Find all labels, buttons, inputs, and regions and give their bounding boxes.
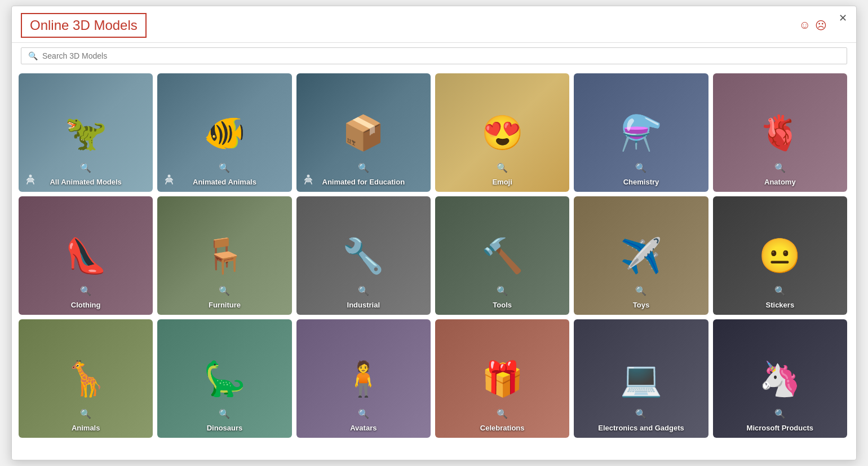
category-search-icon-toys: 🔍 xyxy=(574,285,708,297)
category-label-furniture: Furniture xyxy=(157,297,291,315)
search-input[interactable] xyxy=(42,51,840,60)
category-search-icon-animated-animals: 🔍 xyxy=(157,162,291,174)
category-label-microsoft: Microsoft Products xyxy=(713,420,847,438)
category-card-anatomy[interactable]: 🫀🔍Anatomy xyxy=(713,73,847,192)
category-card-animated-edu[interactable]: 📦🔍Animated for Education xyxy=(296,73,431,192)
category-search-icon-anatomy: 🔍 xyxy=(713,162,847,174)
category-label-industrial: Industrial xyxy=(296,297,431,315)
positive-feedback-icon[interactable]: ☺ xyxy=(799,19,811,32)
category-search-icon-stickers: 🔍 xyxy=(713,285,847,297)
category-label-dinosaurs: Dinosaurs xyxy=(157,420,291,438)
category-search-icon-tools: 🔍 xyxy=(435,285,569,297)
category-card-dinosaurs[interactable]: 🦕🔍Dinosaurs xyxy=(157,319,291,438)
category-card-toys[interactable]: ✈️🔍Toys xyxy=(574,196,708,315)
animation-icon-all-animated xyxy=(24,174,37,187)
feedback-icons: ☺ ☹ xyxy=(799,19,827,32)
category-search-icon-animals: 🔍 xyxy=(19,408,153,420)
category-label-stickers: Stickers xyxy=(713,297,847,315)
category-search-icon-all-animated: 🔍 xyxy=(19,162,153,174)
category-card-clothing[interactable]: 👠🔍Clothing xyxy=(19,196,153,315)
search-icon: 🔍 xyxy=(28,51,38,60)
category-label-tools: Tools xyxy=(435,297,569,315)
animation-icon-animated-edu xyxy=(302,174,315,187)
svg-point-1 xyxy=(168,175,171,178)
category-label-animated-animals: Animated Animals xyxy=(157,174,291,192)
category-card-animals[interactable]: 🦒🔍Animals xyxy=(19,319,153,438)
category-search-icon-industrial: 🔍 xyxy=(296,285,431,297)
svg-point-2 xyxy=(307,175,309,178)
category-search-icon-furniture: 🔍 xyxy=(157,285,291,297)
category-label-clothing: Clothing xyxy=(19,297,153,315)
category-card-industrial[interactable]: 🔧🔍Industrial xyxy=(296,196,431,315)
category-search-icon-electronics: 🔍 xyxy=(574,408,708,420)
category-search-icon-emoji: 🔍 xyxy=(435,162,569,174)
category-label-celebrations: Celebrations xyxy=(435,420,569,438)
negative-feedback-icon[interactable]: ☹ xyxy=(815,19,827,32)
search-wrapper: 🔍 xyxy=(21,47,847,64)
window-title: Online 3D Models xyxy=(21,13,147,38)
main-window: Online 3D Models ☺ ☹ ✕ 🔍 🦖🔍All Animated … xyxy=(11,6,857,460)
category-label-electronics: Electronics and Gadgets xyxy=(574,420,708,438)
category-card-animated-animals[interactable]: 🐠🔍Animated Animals xyxy=(157,73,291,192)
category-search-icon-chemistry: 🔍 xyxy=(574,162,708,174)
category-card-tools[interactable]: 🔨🔍Tools xyxy=(435,196,569,315)
category-search-icon-animated-edu: 🔍 xyxy=(296,162,431,174)
category-search-icon-clothing: 🔍 xyxy=(19,285,153,297)
category-label-anatomy: Anatomy xyxy=(713,174,847,192)
category-grid: 🦖🔍All Animated Models 🐠🔍Animated Animals… xyxy=(19,73,847,438)
category-search-icon-microsoft: 🔍 xyxy=(713,408,847,420)
category-card-chemistry[interactable]: ⚗️🔍Chemistry xyxy=(574,73,708,192)
category-card-emoji[interactable]: 😍🔍Emoji xyxy=(435,73,569,192)
category-search-icon-avatars: 🔍 xyxy=(296,408,431,420)
category-label-chemistry: Chemistry xyxy=(574,174,708,192)
category-card-electronics[interactable]: 💻🔍Electronics and Gadgets xyxy=(574,319,708,438)
category-label-all-animated: All Animated Models xyxy=(19,174,153,192)
title-bar: Online 3D Models ☺ ☹ ✕ xyxy=(12,6,856,43)
category-search-icon-dinosaurs: 🔍 xyxy=(157,408,291,420)
category-card-celebrations[interactable]: 🎁🔍Celebrations xyxy=(435,319,569,438)
close-button[interactable]: ✕ xyxy=(839,12,847,24)
category-label-avatars: Avatars xyxy=(296,420,431,438)
category-card-avatars[interactable]: 🧍🔍Avatars xyxy=(296,319,431,438)
category-card-furniture[interactable]: 🪑🔍Furniture xyxy=(157,196,291,315)
category-label-animated-edu: Animated for Education xyxy=(296,174,431,192)
category-card-all-animated[interactable]: 🦖🔍All Animated Models xyxy=(19,73,153,192)
search-bar-container: 🔍 xyxy=(12,43,856,69)
category-label-toys: Toys xyxy=(574,297,708,315)
content-area[interactable]: 🦖🔍All Animated Models 🐠🔍Animated Animals… xyxy=(12,69,856,460)
category-card-microsoft[interactable]: 🦄🔍Microsoft Products xyxy=(713,319,847,438)
category-search-icon-celebrations: 🔍 xyxy=(435,408,569,420)
category-label-animals: Animals xyxy=(19,420,153,438)
category-label-emoji: Emoji xyxy=(435,174,569,192)
svg-point-0 xyxy=(29,175,32,178)
animation-icon-animated-animals xyxy=(163,174,175,187)
category-card-stickers[interactable]: 😐🔍Stickers xyxy=(713,196,847,315)
